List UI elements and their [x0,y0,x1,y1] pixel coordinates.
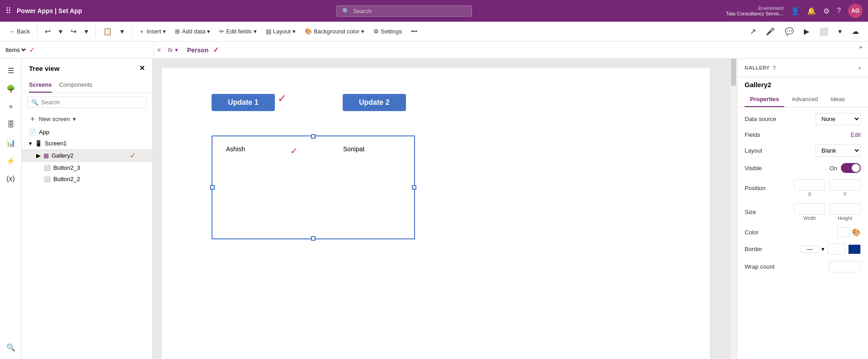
cloud-button[interactable]: ☁ [848,25,863,37]
prop-visible: Visible On [745,163,861,173]
sidebar-chart-icon[interactable]: 📊 [3,135,19,151]
help-icon[interactable]: ? [837,7,841,15]
propspanel-tab-ideas[interactable]: Ideas [825,92,850,107]
sidebar-menu-icon[interactable]: ☰ [3,62,19,79]
prop-wrapcount-input[interactable]: 1 [829,261,861,272]
prop-color-picker-icon[interactable]: 🎨 [852,228,861,237]
treeview-search-input[interactable] [41,99,143,106]
prop-layout-select[interactable]: Blank [816,145,861,157]
more-button[interactable]: ••• [407,26,421,37]
prop-datasource-select[interactable]: None [816,113,861,125]
share-button[interactable]: ↗ [746,25,760,37]
prop-border: Border — ▾ 0 [745,243,861,255]
prop-position-x[interactable]: 138 [794,179,826,191]
edit-fields-dropdown-icon: ▾ [254,28,257,35]
gallery-handle-bottom[interactable] [311,236,316,241]
propspanel-info-icon[interactable]: ? [773,65,776,71]
sidebar-icons: ☰ 🌳 ＋ 🗄 📊 ⚡ (x) 🔍 [0,59,22,359]
treeview-item-gallery2[interactable]: ▶ ▦ Gallery2 ✓ ••• [22,149,152,162]
sidebar-search-icon[interactable]: 🔍 [3,339,19,355]
canvas-scrollbar[interactable] [730,59,737,359]
treeview-item-button2-2[interactable]: ⬜ Button2_2 [22,173,152,185]
propspanel-tab-advanced[interactable]: Advanced [786,92,823,107]
formulabar-expand-button[interactable]: ˅ [854,46,868,54]
undo-button[interactable]: ↩ [41,25,54,37]
background-color-button[interactable]: 🎨 Background color ▾ [301,26,368,37]
gallery2-canvas-element[interactable]: Ashish ✓ Sonipat [212,135,415,239]
redo-dropdown[interactable]: ▾ [81,25,92,37]
paste-button[interactable]: 📋 [99,25,116,37]
prop-size-width[interactable]: 498 [794,203,826,214]
redo-button[interactable]: ↪ [67,25,80,37]
prop-border-style-select[interactable]: — [801,246,819,253]
prop-visible-toggle[interactable] [841,163,861,173]
comment-button[interactable]: 💬 [781,25,797,37]
canvas-scrollbar-thumb[interactable] [731,59,736,86]
layout-button[interactable]: ▤ Layout ▾ [262,26,299,37]
gallery-handle-right[interactable] [412,185,416,190]
propspanel-tab-properties[interactable]: Properties [745,92,784,107]
prop-color-swatch[interactable] [837,227,850,237]
edit-fields-button[interactable]: ✏ Edit fields ▾ [216,26,260,37]
undo-dropdown[interactable]: ▾ [55,25,66,37]
update2-button[interactable]: Update 2 [343,94,406,111]
prop-border-color-swatch[interactable] [848,244,861,254]
notification-icon[interactable]: 🔔 [807,7,816,15]
canvas-inner: Update 1 ✓ Update 2 Ashish ✓ Sonipat [162,68,710,359]
settings-button[interactable]: ⚙ Settings [370,26,406,37]
settings-icon[interactable]: ⚙ [823,7,830,15]
version-dropdown[interactable]: ▾ [835,25,845,37]
gallery-text2: Sonipat [343,145,364,156]
prop-size-row: Size 498 Width 350 Height [745,203,861,221]
treeview-item-screen1[interactable]: ▾ 📱 Screen1 [22,138,152,149]
prop-border-width[interactable]: 0 [827,243,845,255]
add-data-label: Add data [182,28,205,35]
gallery-handle-top[interactable] [311,134,316,139]
prop-size-inputs: 498 Width 350 Height [794,203,861,221]
avatar[interactable]: AG [848,4,863,18]
add-data-button[interactable]: ⊞ Add data ▾ [171,26,214,37]
treeview-search-box[interactable]: 🔍 [27,97,147,108]
treeview-item-app[interactable]: 📄 App [22,126,152,138]
global-search-input[interactable] [353,8,453,14]
gallery-handle-left[interactable] [210,185,215,190]
update1-button[interactable]: Update 1 [212,94,275,111]
insert-button[interactable]: ＋ Insert ▾ [135,26,170,37]
propspanel-body: Data source None Fields Edit Layout Blan… [737,107,868,278]
tab-components[interactable]: Components [59,78,93,93]
publish-button[interactable]: ⬜ [816,25,832,37]
back-button[interactable]: ← Back [5,26,33,37]
back-label: Back [17,28,30,35]
formulabar-property-selector[interactable]: Items ✓ [0,42,154,58]
sidebar-treeview-icon[interactable]: 🌳 [3,80,19,97]
play-button[interactable]: ▶ [800,25,813,37]
sidebar-var-icon[interactable]: (x) [3,171,19,187]
treeview-close-icon[interactable]: ✕ [139,64,145,72]
sidebar-insert-icon[interactable]: ＋ [3,98,19,115]
layout-icon: ▤ [266,28,271,35]
formula-value-area[interactable]: Person ✓ [182,46,854,54]
mic-button[interactable]: 🎤 [762,25,778,37]
new-screen-label: New screen [39,116,70,122]
sidebar-code-icon[interactable]: ⚡ [3,153,19,169]
gallery2-icon: ▦ [43,152,49,159]
prop-size-height[interactable]: 350 [829,203,861,214]
treeview-item-button2-3[interactable]: ⬜ Button2_3 [22,162,152,173]
prop-fields-edit-link[interactable]: Edit [851,131,861,138]
main-area: ☰ 🌳 ＋ 🗄 📊 ⚡ (x) 🔍 Tree view ✕ Screens Co… [0,59,868,359]
paste-dropdown[interactable]: ▾ [117,25,127,37]
profile-icon[interactable]: 👤 [791,7,800,15]
prop-border-dropdown-icon[interactable]: ▾ [821,246,825,252]
prop-visible-label: Visible [745,165,762,172]
global-search-box[interactable]: 🔍 [336,5,472,17]
apps-icon[interactable]: ⠿ [5,6,11,16]
sidebar-data-icon[interactable]: 🗄 [3,117,19,133]
layout-dropdown-icon: ▾ [292,28,296,35]
formula-checkmark: ✓ [213,46,219,54]
new-screen-button[interactable]: ＋ New screen ▾ [22,112,152,126]
property-select[interactable]: Items [4,46,27,54]
propspanel-collapse-button[interactable]: › [859,64,861,71]
tab-screens[interactable]: Screens [29,78,52,93]
new-screen-plus-icon: ＋ [29,114,36,124]
prop-position-y[interactable]: 154 [829,179,861,191]
